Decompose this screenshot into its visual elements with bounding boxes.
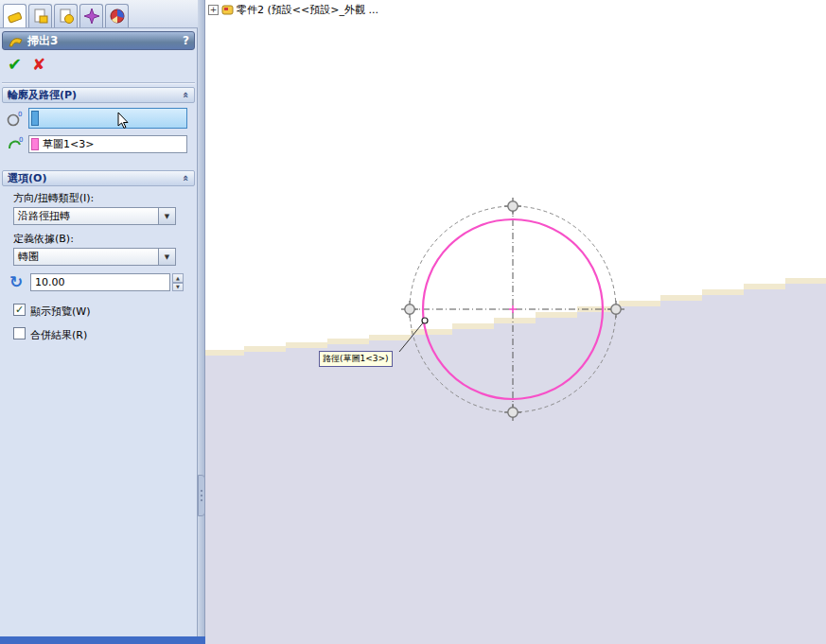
divider	[2, 82, 195, 84]
section-options-header[interactable]: 選項(O) «	[2, 170, 195, 186]
panel-header: 掃出3 ?	[2, 31, 195, 50]
splitter-handle[interactable]	[198, 475, 205, 516]
sweep-feature-icon	[7, 8, 24, 25]
merge-result-checkbox[interactable]	[13, 327, 26, 339]
center-point	[509, 305, 517, 313]
solidworks-window: 掃出3 ? ✔ ✘ 輪廓及路徑(P) « 0 0 草圖1	[0, 0, 826, 644]
profile-selection-field[interactable]	[28, 108, 187, 129]
tab-dimxpert-manager[interactable]	[79, 4, 103, 27]
dropdown-arrow-icon[interactable]: ▼	[158, 208, 175, 224]
dimxpert-icon	[83, 8, 100, 25]
path-color-chip	[31, 138, 39, 150]
merge-result-label: 合併結果(R)	[30, 328, 87, 342]
dropdown-arrow-icon[interactable]: ▼	[158, 249, 175, 265]
graphics-area[interactable]: + 零件2 (預設<<預設>_外觀 ... 路徑(草圖1<3>)	[205, 0, 826, 644]
svg-text:0: 0	[18, 111, 22, 118]
spin-down-button[interactable]: ▼	[172, 283, 184, 292]
section-profile-path-title: 輪廓及路徑(P)	[8, 88, 77, 102]
show-preview-checkbox[interactable]: ✓	[13, 304, 26, 316]
display-pie-icon	[109, 8, 126, 25]
tab-display-manager[interactable]	[105, 4, 129, 27]
path-callout: 路徑(草圖1<3>)	[319, 351, 393, 367]
collapse-chevron-icon: «	[180, 175, 192, 182]
propertymanager-tab-bar	[0, 0, 198, 28]
path-icon: 0	[5, 133, 26, 154]
define-by-value: 轉圈	[14, 249, 158, 265]
spin-up-button[interactable]: ▲	[172, 273, 184, 283]
sweep-icon	[8, 34, 23, 48]
selection-point	[422, 318, 428, 323]
configuration-icon	[32, 8, 49, 25]
orientation-type-value: 沿路徑扭轉	[14, 208, 158, 224]
panel-title: 掃出3	[27, 33, 58, 49]
handle-icon[interactable]	[504, 198, 521, 215]
revolutions-icon: ↻	[6, 271, 26, 292]
help-button[interactable]: ?	[183, 34, 189, 47]
tab-property-3[interactable]	[54, 4, 78, 27]
tree-item-label: 零件2 (預設<<預設>_外觀 ...	[237, 3, 378, 17]
show-preview-label: 顯示預覽(W)	[30, 305, 90, 319]
lower-background	[205, 284, 826, 644]
checkmark-icon: ✓	[15, 305, 24, 315]
define-by-dropdown[interactable]: 轉圈 ▼	[13, 248, 176, 266]
mouse-cursor-icon	[117, 112, 130, 132]
cancel-button[interactable]: ✘	[32, 55, 45, 74]
handle-icon[interactable]	[401, 301, 418, 318]
panel-bottom-bar	[0, 636, 205, 644]
manager-page-icon	[58, 8, 75, 25]
panel-splitter[interactable]	[198, 0, 205, 644]
property-manager-panel: 掃出3 ? ✔ ✘ 輪廓及路徑(P) « 0 0 草圖1	[0, 28, 198, 636]
tab-configuration-manager[interactable]	[28, 4, 52, 27]
turns-spinner: ▲ ▼	[172, 273, 184, 291]
orientation-type-label: 方向/扭轉類型(I):	[13, 191, 94, 205]
path-selection-field[interactable]: 草圖1<3>	[28, 135, 187, 153]
section-options-title: 選項(O)	[8, 171, 46, 185]
selection-color-chip	[31, 111, 39, 126]
tab-property-manager[interactable]	[3, 4, 26, 27]
tree-expand-icon[interactable]: +	[208, 5, 219, 15]
turns-input[interactable]	[30, 273, 170, 291]
part-icon	[221, 4, 234, 16]
profile-icon: 0	[5, 108, 26, 129]
path-value: 草圖1<3>	[43, 137, 94, 151]
viewport-canvas	[205, 0, 826, 644]
collapse-chevron-icon: «	[180, 92, 192, 98]
section-profile-path-header[interactable]: 輪廓及路徑(P) «	[2, 87, 195, 103]
svg-text:0: 0	[19, 136, 23, 144]
ok-button[interactable]: ✔	[8, 55, 22, 74]
orientation-type-dropdown[interactable]: 沿路徑扭轉 ▼	[13, 207, 176, 225]
define-by-label: 定義依據(B):	[13, 232, 74, 246]
feature-tree-root[interactable]: + 零件2 (預設<<預設>_外觀 ...	[208, 3, 378, 17]
